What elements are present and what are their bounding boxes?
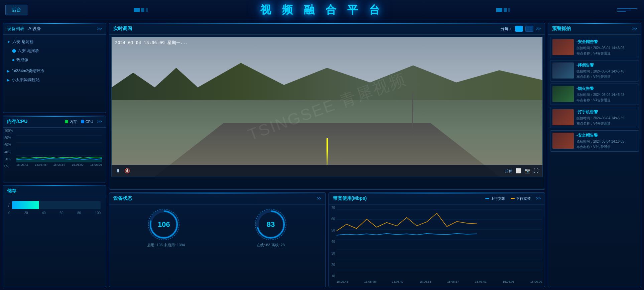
split-label: 分屏：: [501, 26, 513, 32]
gauge-container: 106 启用: 106 未启用: 1394 83: [109, 204, 326, 251]
bw-y-labels: 70 60 50 40 30 20 10: [329, 204, 337, 285]
device-status-more[interactable]: >>: [316, 196, 321, 201]
tab-ai-device[interactable]: AI设备: [28, 26, 41, 32]
gauge-1-value: 106: [158, 220, 170, 229]
fullscreen-toggle[interactable]: ⬜: [516, 168, 521, 173]
list-item[interactable]: ▶ 1#384m2烧结环冷: [6, 66, 103, 76]
alert-item[interactable]: -安全帽告警 抓拍时间：2024-03-04 14:46:05 布点名称：V4告…: [550, 37, 639, 58]
split-4-button[interactable]: [525, 26, 533, 32]
device-list-tabs: 设备列表 AI设备: [7, 26, 41, 32]
bandwidth-header: 带宽使用(Mbps) 上行宽带 下行宽带 >>: [329, 193, 545, 204]
gauge-2: 83: [254, 208, 287, 241]
back-button[interactable]: 后台: [5, 5, 27, 15]
device-item-label: 六安-皂河桥: [12, 39, 34, 45]
alert-info: -安全帽告警 抓拍时间：2024-03-04 14:16:05 布点名称：V4告…: [576, 133, 637, 149]
gauge-2-value: 83: [267, 220, 275, 229]
dot-icon: [12, 59, 14, 61]
alert-type: -安全帽告警: [576, 39, 637, 45]
legend-down-label: 下行宽带: [516, 196, 531, 201]
alert-location: 布点名称：V4告警通道: [576, 121, 637, 126]
alert-info: -烟火告警 抓拍时间：2024-03-04 14:45:42 布点名称：V4告警…: [576, 86, 637, 103]
gauge-1-label: 启用: 106 未启用: 1394: [147, 243, 185, 248]
list-item[interactable]: ▼ 六安-皂河桥: [6, 37, 103, 46]
storage-path-label: /: [8, 203, 9, 207]
alert-time: 抓拍时间：2024-03-04 14:45:46: [576, 69, 637, 74]
alert-panel: 预警抓拍 >> -安全帽告警 抓拍时间：2024-03-04 14:46:05 …: [548, 23, 641, 287]
legend-cpu-label: CPU: [86, 120, 93, 124]
y-labels: 100% 80% 60% 40% 20% 0%: [4, 129, 13, 168]
deco-line-3: [617, 11, 626, 12]
device-list-more[interactable]: >>: [97, 26, 102, 31]
right-panel: 预警抓拍 >> -安全帽告警 抓拍时间：2024-03-04 14:46:05 …: [548, 23, 641, 287]
gauge-1-wrap: 106 启用: 106 未启用: 1394: [147, 208, 185, 248]
bandwidth-panel: 带宽使用(Mbps) 上行宽带 下行宽带 >>: [329, 192, 545, 287]
video-panel-header: 实时调阅 分屏： >>: [109, 23, 545, 35]
device-item-label: 1#384m2烧结环冷: [12, 68, 44, 74]
main-layout: 设备列表 AI设备 >> ▼ 六安-皂河桥 六安-皂河桥 热成像: [0, 20, 644, 290]
device-item-label: 热成像: [16, 57, 28, 63]
alert-item[interactable]: -摔倒告警 抓拍时间：2024-03-04 14:45:46 布点名称：V4告警…: [550, 60, 639, 82]
list-item[interactable]: ▶ 小太阳沟调压站: [6, 76, 103, 85]
alert-item[interactable]: -打手机告警 抓拍时间：2024-03-04 14:45:39 布点名称：V4告…: [550, 107, 639, 128]
alert-item[interactable]: -烟火告警 抓拍时间：2024-03-04 14:45:42 布点名称：V4告警…: [550, 84, 639, 105]
mem-color-dot: [65, 120, 68, 123]
gauge-2-label: 在线: 83 离线: 23: [254, 243, 287, 248]
fullscreen-button[interactable]: ⛶: [534, 168, 538, 173]
vc-right: 拉伸 ⬜ 📷 ⛶: [505, 168, 538, 173]
mute-button[interactable]: 🔇: [124, 168, 130, 173]
grid-cell: [530, 29, 532, 30]
list-item[interactable]: 六安-皂河桥: [6, 46, 103, 55]
deco-bar-5: [504, 8, 507, 12]
alert-panel-title: 预警抓拍: [552, 26, 571, 32]
alert-list: -安全帽告警 抓拍时间：2024-03-04 14:46:05 布点名称：V4告…: [548, 35, 641, 154]
alert-location: 布点名称：V4告警通道: [576, 75, 637, 79]
expand-icon: ▶: [7, 69, 10, 73]
alert-info: -摔倒告警 抓拍时间：2024-03-04 14:45:46 布点名称：V4告警…: [576, 62, 637, 79]
alert-thumbnail: [552, 39, 574, 55]
deco-bar-4: [496, 8, 502, 12]
alert-thumbnail: [552, 133, 574, 149]
bandwidth-chart-container: 70 60 50 40 30 20 10: [329, 204, 545, 285]
alert-location: 布点名称：V4告警通道: [576, 145, 637, 149]
device-status-panel: 设备状态 >> 106: [109, 192, 326, 287]
alert-location: 布点名称：V4告警通道: [576, 51, 637, 56]
gauge-1: 106: [147, 208, 180, 241]
tab-device-list[interactable]: 设备列表: [7, 26, 24, 32]
storage-panel: 储存 / 0 20 40 60 80 100: [3, 185, 106, 287]
center-panel: 实时调阅 分屏： >> 2024-03-04 15:06:09 星期一...: [109, 23, 545, 287]
header-deco-lines: [617, 8, 637, 12]
shield-icon: [12, 49, 16, 53]
list-item[interactable]: 热成像: [6, 55, 103, 64]
cpu-color-dot: [81, 120, 84, 123]
video-panel: 实时调阅 分屏： >> 2024-03-04 15:06:09 星期一...: [109, 23, 545, 190]
deco-line-1: [617, 8, 637, 9]
storage-header: 储存: [3, 185, 106, 197]
alert-type: -打手机告警: [576, 109, 637, 115]
mem-cpu-title: 内存/CPU: [7, 119, 27, 125]
mem-cpu-more[interactable]: >>: [97, 119, 102, 124]
alert-info: -打手机告警 抓拍时间：2024-03-04 14:45:39 布点名称：V4告…: [576, 109, 637, 126]
video-controls-bar: ⏸ 🔇 拉伸 ⬜ 📷 ⛶: [112, 165, 542, 177]
alert-item[interactable]: -安全帽告警 抓拍时间：2024-03-04 14:16:05 布点名称：V4告…: [550, 130, 639, 152]
deco-bar-6: [508, 8, 510, 12]
split-1-button[interactable]: [515, 26, 523, 32]
legend-down: 下行宽带: [511, 196, 531, 201]
grid-cell: [527, 27, 529, 28]
mem-cpu-svg: [16, 129, 102, 162]
device-list-panel: 设备列表 AI设备 >> ▼ 六安-皂河桥 六安-皂河桥 热成像: [3, 23, 106, 113]
gauge-2-wrap: 83 在线: 83 离线: 23: [254, 208, 287, 248]
mem-cpu-legend: 内存 CPU >>: [65, 119, 102, 124]
alert-panel-more[interactable]: >>: [632, 26, 637, 31]
video-powerline: [412, 93, 413, 135]
legend-mem-label: 内存: [70, 119, 77, 124]
alert-type: -安全帽告警: [576, 133, 637, 138]
alert-type: -烟火告警: [576, 86, 637, 92]
alert-thumbnail: [552, 86, 574, 102]
video-more[interactable]: >>: [536, 26, 541, 31]
video-title: 实时调阅: [113, 26, 132, 32]
left-panel: 设备列表 AI设备 >> ▼ 六安-皂河桥 六安-皂河桥 热成像: [3, 23, 106, 287]
pause-button[interactable]: ⏸: [116, 168, 120, 173]
bandwidth-more[interactable]: >>: [536, 196, 541, 201]
screenshot-button[interactable]: 📷: [525, 168, 530, 173]
expand-icon: ▶: [7, 78, 10, 82]
